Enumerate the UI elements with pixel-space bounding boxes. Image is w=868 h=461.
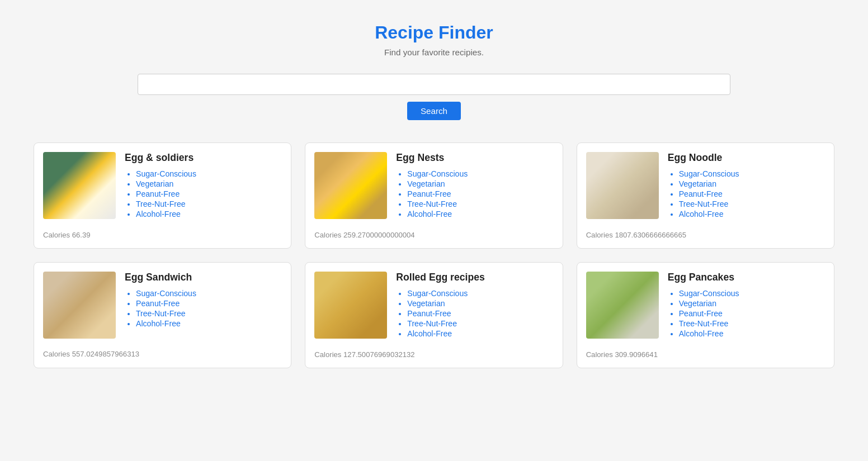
recipe-image-egg-nests: [314, 152, 387, 219]
recipe-tag: Peanut-Free: [136, 299, 282, 308]
recipe-tags-egg-soldiers: Sugar-ConsciousVegetarianPeanut-FreeTree…: [125, 169, 282, 218]
recipe-image-egg-soldiers: [43, 152, 116, 219]
recipe-tag: Peanut-Free: [407, 189, 553, 198]
recipe-tag: Tree-Nut-Free: [136, 309, 282, 318]
recipe-tag: Alcohol-Free: [136, 319, 282, 328]
recipe-card-top: Egg NestsSugar-ConsciousVegetarianPeanut…: [314, 152, 553, 220]
page-title: Recipe Finder: [34, 22, 834, 43]
recipe-tag: Tree-Nut-Free: [136, 199, 282, 208]
recipe-image-egg-pancakes: [586, 272, 659, 339]
recipe-tags-egg-nests: Sugar-ConsciousVegetarianPeanut-FreeTree…: [396, 169, 553, 218]
recipe-tag: Alcohol-Free: [136, 210, 282, 218]
recipe-info-egg-nests: Egg NestsSugar-ConsciousVegetarianPeanut…: [396, 152, 553, 220]
recipe-tag: Alcohol-Free: [407, 329, 553, 338]
recipes-grid: Egg & soldiersSugar-ConsciousVegetarianP…: [34, 142, 834, 368]
recipe-tag: Sugar-Conscious: [407, 169, 553, 178]
recipe-card-top: Rolled Egg recipesSugar-ConsciousVegetar…: [314, 272, 553, 339]
recipe-card-top: Egg & soldiersSugar-ConsciousVegetarianP…: [43, 152, 282, 220]
recipe-card-top: Egg PancakesSugar-ConsciousVegetarianPea…: [586, 272, 825, 339]
recipe-tag: Vegetarian: [407, 179, 553, 188]
recipe-card-egg-noodle[interactable]: Egg NoodleSugar-ConsciousVegetarianPeanu…: [577, 142, 834, 249]
recipe-tag: Sugar-Conscious: [136, 289, 282, 298]
recipe-tag: Tree-Nut-Free: [679, 199, 825, 208]
recipe-info-rolled-egg: Rolled Egg recipesSugar-ConsciousVegetar…: [396, 272, 553, 339]
recipe-card-egg-sandwich[interactable]: Egg SandwichSugar-ConsciousPeanut-FreeTr…: [34, 262, 291, 368]
recipe-card-rolled-egg[interactable]: Rolled Egg recipesSugar-ConsciousVegetar…: [305, 262, 563, 368]
recipe-image-egg-sandwich: [43, 272, 116, 339]
recipe-tag: Vegetarian: [679, 299, 825, 308]
recipe-tag: Sugar-Conscious: [679, 289, 825, 298]
recipe-tags-egg-pancakes: Sugar-ConsciousVegetarianPeanut-FreeTree…: [668, 289, 825, 338]
recipe-tag: Tree-Nut-Free: [679, 319, 825, 328]
recipe-tag: Peanut-Free: [679, 189, 825, 198]
recipe-title-egg-nests: Egg Nests: [396, 152, 553, 164]
recipe-tag: Tree-Nut-Free: [407, 319, 553, 328]
recipe-tags-egg-sandwich: Sugar-ConsciousPeanut-FreeTree-Nut-FreeA…: [125, 289, 282, 328]
page-header: Recipe Finder Find your favorite recipie…: [34, 22, 834, 57]
recipe-tag: Alcohol-Free: [407, 210, 553, 218]
recipe-card-egg-pancakes[interactable]: Egg PancakesSugar-ConsciousVegetarianPea…: [577, 262, 834, 368]
recipe-tag: Peanut-Free: [407, 309, 553, 318]
recipe-tag: Vegetarian: [136, 179, 282, 188]
recipe-calories-egg-pancakes: Calories 309.9096641: [586, 350, 825, 359]
recipe-card-egg-nests[interactable]: Egg NestsSugar-ConsciousVegetarianPeanut…: [305, 142, 563, 249]
recipe-title-egg-noodle: Egg Noodle: [668, 152, 825, 164]
recipe-card-egg-soldiers[interactable]: Egg & soldiersSugar-ConsciousVegetarianP…: [34, 142, 291, 249]
recipe-image-rolled-egg: [314, 272, 387, 339]
recipe-tag: Tree-Nut-Free: [407, 199, 553, 208]
recipe-card-top: Egg SandwichSugar-ConsciousPeanut-FreeTr…: [43, 272, 282, 339]
recipe-image-egg-noodle: [586, 152, 659, 219]
recipe-tag: Sugar-Conscious: [136, 169, 282, 178]
recipe-tag: Alcohol-Free: [679, 210, 825, 218]
recipe-tag: Sugar-Conscious: [407, 289, 553, 298]
recipe-title-egg-soldiers: Egg & soldiers: [125, 152, 282, 164]
recipe-info-egg-soldiers: Egg & soldiersSugar-ConsciousVegetarianP…: [125, 152, 282, 220]
page-container: Recipe Finder Find your favorite recipie…: [0, 0, 868, 391]
recipe-tag: Alcohol-Free: [679, 329, 825, 338]
recipe-calories-rolled-egg: Calories 127.50076969032132: [314, 350, 553, 359]
recipe-info-egg-pancakes: Egg PancakesSugar-ConsciousVegetarianPea…: [668, 272, 825, 339]
recipe-calories-egg-sandwich: Calories 557.0249857966313: [43, 350, 282, 358]
recipe-calories-egg-nests: Calories 259.27000000000004: [314, 231, 553, 239]
recipe-calories-egg-noodle: Calories 1807.6306666666665: [586, 231, 825, 239]
recipe-tag: Vegetarian: [679, 179, 825, 188]
recipe-tag: Peanut-Free: [679, 309, 825, 318]
recipe-title-rolled-egg: Rolled Egg recipes: [396, 272, 553, 283]
recipe-tag: Sugar-Conscious: [679, 169, 825, 178]
recipe-tag: Vegetarian: [407, 299, 553, 308]
search-button[interactable]: Search: [407, 102, 461, 120]
search-input[interactable]: [138, 74, 730, 95]
recipe-info-egg-sandwich: Egg SandwichSugar-ConsciousPeanut-FreeTr…: [125, 272, 282, 339]
recipe-info-egg-noodle: Egg NoodleSugar-ConsciousVegetarianPeanu…: [668, 152, 825, 220]
recipe-title-egg-sandwich: Egg Sandwich: [125, 272, 282, 283]
recipe-card-top: Egg NoodleSugar-ConsciousVegetarianPeanu…: [586, 152, 825, 220]
recipe-tags-rolled-egg: Sugar-ConsciousVegetarianPeanut-FreeTree…: [396, 289, 553, 338]
recipe-title-egg-pancakes: Egg Pancakes: [668, 272, 825, 283]
recipe-tag: Peanut-Free: [136, 189, 282, 198]
recipe-calories-egg-soldiers: Calories 66.39: [43, 231, 282, 239]
recipe-tags-egg-noodle: Sugar-ConsciousVegetarianPeanut-FreeTree…: [668, 169, 825, 218]
page-subtitle: Find your favorite recipies.: [34, 47, 834, 57]
search-section: Search: [34, 74, 834, 120]
